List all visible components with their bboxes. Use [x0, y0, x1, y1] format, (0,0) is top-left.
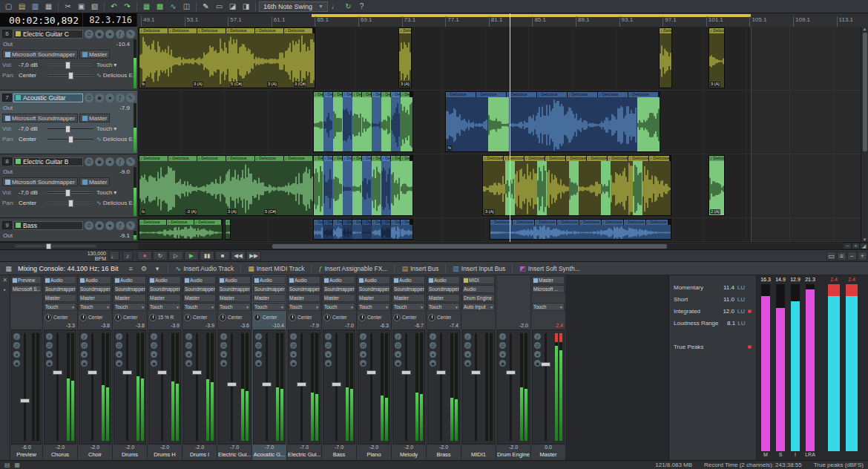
- fx-icon[interactable]: ƒ: [151, 333, 157, 340]
- mixer-strip[interactable]: AudioSoundmapperMasterTouch▼Center-3.6ƒ∅…: [217, 275, 252, 460]
- swing-select[interactable]: 16th Note Swing ▼: [259, 1, 328, 12]
- pan-knob[interactable]: [149, 314, 157, 321]
- mute-icon[interactable]: ∅: [85, 221, 93, 230]
- strip-device-button[interactable]: Soundmapper: [253, 285, 286, 293]
- console-dropdown-icon[interactable]: ▾: [152, 263, 163, 274]
- mixer-strip[interactable]: AudioSoundmapperMasterTouch▼Center-7.0ƒ∅…: [322, 275, 357, 460]
- strip-type-button[interactable]: Audio: [44, 276, 76, 284]
- strip-fader-area[interactable]: ƒ∅●◉: [11, 329, 42, 445]
- record-button[interactable]: ●: [137, 251, 152, 260]
- track-bus-button[interactable]: Master: [79, 50, 110, 59]
- record-arm-icon[interactable]: ●: [105, 157, 114, 166]
- strip-device-button[interactable]: Soundmapper: [392, 285, 425, 293]
- strip-fader-area[interactable]: ƒ∅●◉: [114, 329, 146, 445]
- strip-type-button[interactable]: Master: [532, 276, 565, 284]
- record-arm-icon[interactable]: ●: [105, 94, 114, 102]
- fx-icon[interactable]: ƒ: [81, 333, 88, 340]
- track-height-slider-handle[interactable]: [46, 243, 51, 249]
- strip-fader-area[interactable]: ƒ∅●◉: [323, 329, 355, 445]
- phase-icon[interactable]: ∅: [395, 342, 401, 349]
- mute-icon[interactable]: ●: [185, 351, 192, 358]
- strip-automation-button[interactable]: Auto Input▼: [462, 303, 495, 311]
- strip-type-button[interactable]: Audio: [253, 276, 286, 284]
- phase-icon[interactable]: ∅: [255, 342, 262, 349]
- fx-icon[interactable]: ƒ: [464, 333, 471, 340]
- automation-icon[interactable]: ✎: [126, 94, 135, 102]
- mixer-strip[interactable]: PreviewMicrosoft S...ƒ∅●◉-6.0Preview: [10, 275, 43, 460]
- strip-fader-area[interactable]: ƒ∅●◉: [497, 329, 530, 445]
- zoom-out-icon[interactable]: −: [847, 252, 857, 260]
- solo-icon[interactable]: ◉: [325, 360, 332, 367]
- strip-fader-area[interactable]: ƒ∅●◉: [392, 329, 425, 445]
- phase-icon[interactable]: ∅: [46, 342, 53, 349]
- fx-icon[interactable]: ƒ: [290, 333, 297, 340]
- phase-icon[interactable]: ∅: [220, 342, 227, 349]
- fader-handle[interactable]: [227, 382, 237, 387]
- fader-handle[interactable]: [297, 382, 306, 387]
- audio-clip[interactable]: ♪ Delicious3 (A): [708, 27, 725, 88]
- mute-icon[interactable]: ∅: [85, 30, 93, 39]
- fx-icon[interactable]: ƒ: [220, 333, 227, 340]
- strip-fader-area[interactable]: ƒ∅●◉: [253, 329, 286, 445]
- volume-slider[interactable]: [47, 64, 94, 66]
- pan-knob[interactable]: [289, 314, 296, 321]
- insert-button[interactable]: ▦Insert MIDI Track: [245, 263, 307, 274]
- strip-type-button[interactable]: Audio: [183, 276, 216, 284]
- phase-icon[interactable]: ∅: [464, 342, 471, 349]
- mute-icon[interactable]: ●: [81, 351, 88, 358]
- loop-region-bar[interactable]: [312, 14, 751, 17]
- bpm-display[interactable]: 130,000 BPM ♩ ♪: [0, 251, 137, 261]
- erase-tool-icon[interactable]: ◨: [240, 1, 252, 12]
- mixer-strip[interactable]: AudioSoundmapperMasterTouch▼Center-3.8ƒ∅…: [113, 275, 148, 460]
- mute-icon[interactable]: ∅: [85, 94, 93, 102]
- phase-icon[interactable]: ∅: [325, 342, 332, 349]
- strip-pan-control[interactable]: Center: [392, 312, 425, 323]
- paint-tool-icon[interactable]: ◪: [226, 1, 239, 12]
- strip-pan-control[interactable]: Center: [218, 312, 251, 323]
- timeline[interactable]: ♪ Delicious♪ Delicious♪ Delicious♪ Delic…: [137, 27, 868, 242]
- strip-bus-button[interactable]: Master: [253, 294, 286, 302]
- strip-pan-control[interactable]: Center: [427, 312, 460, 323]
- strip-automation-button[interactable]: Touch▼: [218, 303, 251, 311]
- automation-mode-button[interactable]: Touch▾: [96, 62, 135, 68]
- zoom-corner-icon[interactable]: ◢: [860, 243, 868, 249]
- insert-button[interactable]: ▥Insert Input Bus: [450, 263, 508, 274]
- fx-icon[interactable]: ƒ: [46, 333, 53, 340]
- strip-bus-button[interactable]: Master: [183, 294, 216, 302]
- ripple-edit-icon[interactable]: ◫: [180, 1, 193, 12]
- strip-bus-button[interactable]: Master: [218, 294, 251, 302]
- track-header[interactable]: 6Electric Guitar C∅◉●ƒ✎Out-10.4Microsoft…: [0, 27, 137, 91]
- track-height-slider[interactable]: [15, 245, 96, 247]
- zoom-out-time-icon[interactable]: −: [844, 243, 852, 249]
- fader-handle[interactable]: [262, 382, 272, 387]
- strip-pan-control[interactable]: Center: [44, 312, 76, 323]
- mute-icon[interactable]: ●: [255, 351, 262, 358]
- strip-device-button[interactable]: Soundmapper: [218, 285, 251, 293]
- close-icon[interactable]: ✕: [2, 277, 7, 283]
- audio-clip[interactable]: ♪ Delicious♪ Delicious♪ Delicious♪ Delic…: [139, 155, 315, 216]
- strip-automation-button[interactable]: Touch▼: [358, 303, 390, 311]
- vertical-scrollbar[interactable]: ▲▼: [861, 27, 868, 242]
- strip-bus-button[interactable]: Master: [148, 294, 181, 302]
- automation-mode-button[interactable]: Touch▾: [96, 125, 135, 132]
- select-tool-icon[interactable]: ▭: [213, 1, 226, 12]
- audio-clip[interactable]: ♪ Delicious♪ Delicious♪ Delicious♪ Delic…: [139, 27, 315, 88]
- strip-device-button[interactable]: Soundmapper: [44, 285, 76, 293]
- mixer-strip[interactable]: AudioSoundmapperMasterTouch▼Center-3.8ƒ∅…: [78, 275, 113, 460]
- horizontal-scrollbar-thumb[interactable]: [272, 244, 667, 249]
- strip-device-button[interactable]: Soundmapper: [183, 285, 216, 293]
- fx-icon[interactable]: ƒ: [116, 333, 122, 340]
- fx-icon[interactable]: ƒ: [116, 94, 125, 102]
- mute-icon[interactable]: ●: [430, 351, 436, 358]
- solo-icon[interactable]: ◉: [220, 360, 227, 367]
- fx-icon[interactable]: ƒ: [325, 333, 332, 340]
- pan-slider[interactable]: [47, 74, 94, 76]
- strip-automation-button[interactable]: Touch▼: [183, 303, 216, 311]
- pan-slider[interactable]: [47, 202, 94, 204]
- save-project-icon[interactable]: ▥: [29, 1, 42, 12]
- strip-device-button[interactable]: Soundmapper: [288, 285, 320, 293]
- mixer-strip[interactable]: AudioSoundmapperMasterTouch▼Center-3.9ƒ∅…: [183, 275, 217, 460]
- strip-automation-button[interactable]: Touch▼: [148, 303, 181, 311]
- automation-icon[interactable]: ✎: [126, 157, 135, 166]
- pan-knob[interactable]: [358, 314, 366, 321]
